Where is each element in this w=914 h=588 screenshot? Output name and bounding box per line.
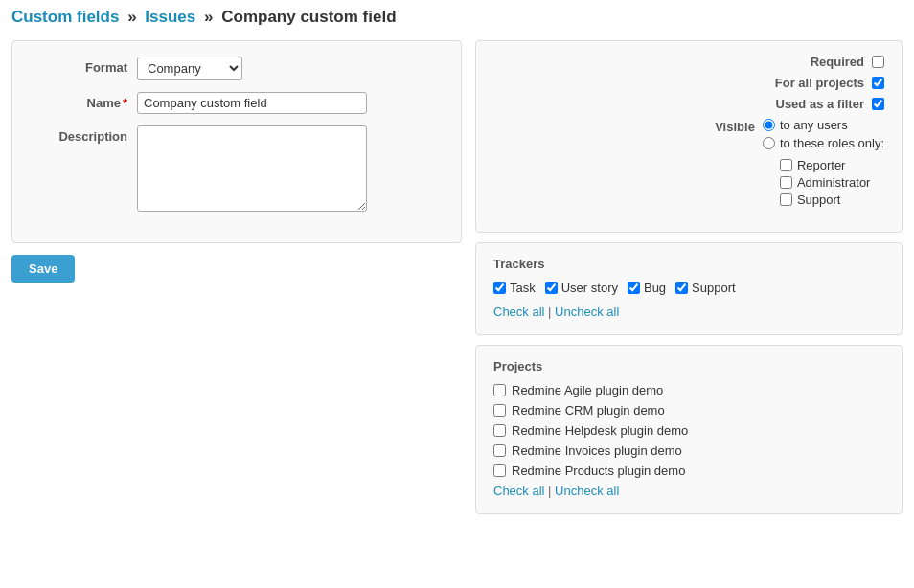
role-support-label: Support (797, 192, 841, 207)
trackers-row: Task User story Bug Support (493, 281, 884, 295)
trackers-title: Trackers (493, 257, 884, 271)
project-helpdesk-label: Redmine Helpdesk plugin demo (512, 423, 688, 438)
project-crm: Redmine CRM plugin demo (493, 403, 884, 418)
trackers-panel: Trackers Task User story Bug Support (475, 242, 903, 335)
breadcrumb: Custom fields » Issues » Company custom … (11, 8, 903, 27)
format-row: Format CompanyTextIntegerFloatDateListUs… (32, 57, 442, 80)
role-support-row: Support (780, 192, 884, 207)
format-select[interactable]: CompanyTextIntegerFloatDateListUserVersi… (137, 57, 242, 80)
project-helpdesk: Redmine Helpdesk plugin demo (493, 423, 884, 438)
role-reporter-checkbox[interactable] (780, 159, 792, 171)
tracker-task-label: Task (510, 281, 536, 295)
visible-any-users-label: to any users (780, 118, 848, 132)
projects-link-row: Check all | Uncheck all (493, 484, 884, 498)
trackers-check-all-link[interactable]: Check all (493, 305, 544, 319)
project-products-label: Redmine Products plugin demo (512, 464, 685, 478)
role-reporter-label: Reporter (797, 158, 846, 172)
used-as-filter-label: Used as a filter (776, 97, 865, 111)
tracker-user-story: User story (545, 281, 618, 295)
project-helpdesk-checkbox[interactable] (493, 424, 506, 437)
projects-title: Projects (493, 359, 884, 373)
visible-any-users-row: to any users (763, 118, 884, 132)
description-label: Description (32, 125, 137, 144)
projects-panel: Projects Redmine Agile plugin demo Redmi… (475, 345, 903, 514)
all-projects-row: For all projects (493, 76, 884, 90)
project-products: Redmine Products plugin demo (493, 464, 884, 478)
trackers-uncheck-all-link[interactable]: Uncheck all (555, 305, 619, 319)
visible-roles-row: to these roles only: (763, 136, 884, 150)
roles-section: Reporter Administrator Support (780, 158, 884, 210)
required-label: Required (811, 55, 864, 69)
right-panel: Required For all projects Used as a filt… (475, 40, 903, 514)
projects-check-all-link[interactable]: Check all (493, 484, 544, 498)
visible-roles-radio[interactable] (763, 137, 775, 149)
tracker-bug: Bug (628, 281, 666, 295)
settings-panel: Required For all projects Used as a filt… (475, 40, 903, 233)
project-agile-checkbox[interactable] (493, 384, 506, 396)
breadcrumb-current: Company custom field (221, 8, 396, 26)
visible-roles-label: to these roles only: (780, 136, 884, 150)
visible-options: to any users to these roles only: Report… (763, 118, 884, 210)
format-label: Format (32, 57, 137, 75)
visible-row: Visible to any users to these roles only… (493, 118, 884, 210)
all-projects-checkbox[interactable] (872, 77, 884, 89)
project-invoices-checkbox[interactable] (493, 444, 506, 457)
tracker-bug-checkbox[interactable] (628, 282, 640, 294)
projects-uncheck-all-link[interactable]: Uncheck all (555, 484, 619, 498)
role-support-checkbox[interactable] (780, 193, 792, 206)
name-input[interactable] (137, 92, 367, 114)
breadcrumb-custom-fields[interactable]: Custom fields (11, 8, 119, 26)
description-row: Description (32, 125, 442, 212)
save-button[interactable]: Save (11, 255, 75, 283)
tracker-user-story-label: User story (561, 281, 618, 295)
name-row: Name* (32, 92, 442, 114)
description-textarea[interactable] (137, 125, 367, 212)
breadcrumb-sep-2: » (204, 8, 213, 26)
tracker-bug-label: Bug (644, 281, 666, 295)
breadcrumb-issues[interactable]: Issues (145, 8, 195, 26)
project-agile: Redmine Agile plugin demo (493, 383, 884, 397)
required-checkbox[interactable] (872, 56, 884, 68)
form-box: Format CompanyTextIntegerFloatDateListUs… (11, 40, 462, 243)
role-reporter-row: Reporter (780, 158, 884, 172)
required-row: Required (493, 55, 884, 69)
trackers-link-row: Check all | Uncheck all (493, 305, 884, 319)
used-as-filter-checkbox[interactable] (872, 98, 884, 110)
tracker-support-label: Support (692, 281, 736, 295)
project-agile-label: Redmine Agile plugin demo (512, 383, 663, 397)
all-projects-label: For all projects (775, 76, 864, 90)
project-invoices: Redmine Invoices plugin demo (493, 443, 884, 458)
required-asterisk: * (123, 96, 127, 110)
breadcrumb-sep-1: » (127, 8, 136, 26)
tracker-support: Support (675, 281, 736, 295)
tracker-user-story-checkbox[interactable] (545, 282, 558, 294)
tracker-task: Task (493, 281, 536, 295)
used-as-filter-row: Used as a filter (493, 97, 884, 111)
role-administrator-checkbox[interactable] (780, 176, 792, 189)
project-products-checkbox[interactable] (493, 464, 506, 477)
tracker-task-checkbox[interactable] (493, 282, 506, 294)
name-label: Name* (32, 92, 137, 110)
visible-label: Visible (715, 118, 755, 134)
role-administrator-row: Administrator (780, 175, 884, 190)
left-panel: Format CompanyTextIntegerFloatDateListUs… (11, 40, 462, 283)
visible-any-users-radio[interactable] (763, 119, 775, 131)
main-layout: Format CompanyTextIntegerFloatDateListUs… (11, 40, 903, 514)
tracker-support-checkbox[interactable] (675, 282, 688, 294)
project-crm-checkbox[interactable] (493, 404, 506, 417)
role-administrator-label: Administrator (797, 175, 871, 190)
project-invoices-label: Redmine Invoices plugin demo (512, 443, 682, 458)
project-crm-label: Redmine CRM plugin demo (512, 403, 665, 418)
